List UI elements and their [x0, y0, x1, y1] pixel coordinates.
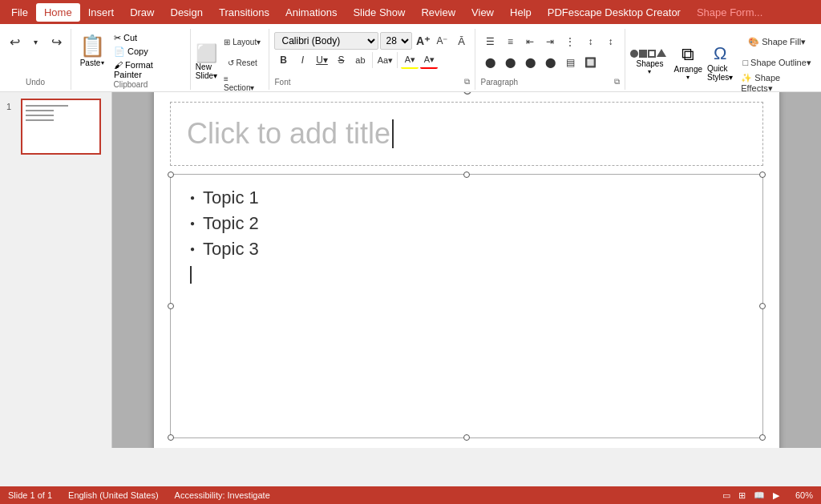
justify-button[interactable]: ⬤	[540, 53, 560, 72]
bold-button[interactable]: B	[274, 51, 292, 69]
bullets-button[interactable]: ☰	[480, 32, 499, 51]
new-slide-icon: ⬜	[196, 45, 217, 62]
columns-button[interactable]: ⋮	[560, 32, 580, 51]
slide-content-area[interactable]: ● Topic 1 ● Topic 2 ● Topic 3	[170, 174, 763, 438]
clipboard-group: 📋 Paste▾ ✂ Cut 📄 Copy 🖌 Format Painter C…	[71, 29, 191, 90]
menu-design[interactable]: Design	[163, 3, 211, 22]
increase-indent-button[interactable]: ⇥	[540, 32, 560, 51]
menu-file[interactable]: File	[3, 3, 36, 22]
arrange-dropdown-icon: ▾	[686, 74, 690, 81]
menu-bar: File Home Insert Draw Design Transitions…	[0, 0, 821, 24]
handle-bottom-center[interactable]	[463, 434, 470, 441]
layout-button[interactable]: ⊞ Layout▾	[220, 32, 264, 51]
thumb-line4	[26, 119, 54, 121]
reading-view-button[interactable]: 📖	[754, 490, 765, 501]
menu-shape-format[interactable]: Shape Form...	[689, 3, 770, 22]
strikethrough-button[interactable]: S	[332, 51, 350, 69]
undo-button[interactable]: ↩	[5, 32, 24, 51]
bullet-text-2[interactable]: Topic 2	[203, 213, 259, 234]
cut-button[interactable]: ✂ Cut	[111, 32, 185, 44]
thumb-title-line	[26, 105, 68, 107]
redo-button[interactable]: ↪	[47, 32, 66, 51]
align-center-button[interactable]: ⬤	[500, 53, 520, 72]
quick-styles-icon: Ω	[714, 43, 726, 64]
shapes-button[interactable]: Shapes ▾	[630, 50, 669, 75]
italic-button[interactable]: I	[293, 51, 311, 69]
bullet-dot-3: ●	[190, 244, 195, 253]
shape-rect	[648, 50, 656, 58]
shape-effects-button[interactable]: ✨ Shape Effects▾	[738, 74, 816, 93]
new-slide-button[interactable]: ⬜ NewSlide▾	[196, 45, 217, 80]
quick-styles-button[interactable]: Ω QuickStyles▾	[707, 43, 733, 82]
para-settings-button[interactable]: ↕	[580, 32, 600, 51]
font-dialog-launcher[interactable]: ⧉	[464, 77, 470, 87]
font-color-button[interactable]: A▾	[420, 51, 438, 69]
font-group-bottom: Font ⧉	[274, 77, 470, 87]
font-separator2	[397, 52, 398, 68]
bullet-cursor-item	[190, 264, 743, 284]
menu-pdfescape[interactable]: PDFescape Desktop Creator	[540, 3, 689, 22]
menu-insert[interactable]: Insert	[80, 3, 123, 22]
handle-bottom-right[interactable]	[759, 434, 766, 441]
text-direction-button[interactable]: ↕	[601, 32, 620, 51]
menu-draw[interactable]: Draw	[122, 3, 162, 22]
menu-transitions[interactable]: Transitions	[211, 3, 277, 22]
format-painter-button[interactable]: 🖌 Format Painter	[111, 59, 185, 80]
slide-1-thumb[interactable]	[21, 99, 101, 155]
para-row2: ⬤ ⬤ ⬤ ⬤ ▤ 🔲	[480, 53, 620, 72]
menu-help[interactable]: Help	[502, 3, 540, 22]
clear-formatting-button[interactable]: Ā	[452, 32, 470, 50]
slide-sorter-button[interactable]: ⊞	[738, 490, 746, 501]
decrease-indent-button[interactable]: ⇤	[520, 32, 540, 51]
title-placeholder[interactable]: Click to add title	[187, 117, 390, 151]
highlight-color-button[interactable]: A▾	[401, 51, 419, 69]
menu-slideshow[interactable]: Slide Show	[345, 3, 413, 22]
menu-view[interactable]: View	[463, 3, 502, 22]
shape-circle	[630, 50, 638, 58]
underline-button[interactable]: U▾	[313, 51, 330, 69]
menu-home[interactable]: Home	[36, 3, 80, 22]
align-text-button[interactable]: ▤	[560, 53, 580, 72]
slide-title-area[interactable]: ↻ Click to add title	[170, 102, 763, 166]
case-button[interactable]: Aa▾	[376, 51, 394, 69]
handle-middle-left[interactable]	[168, 303, 174, 309]
slide-canvas[interactable]: ↻ Click to add title ● Topic 1	[154, 92, 779, 448]
bullet-text-3[interactable]: Topic 3	[203, 239, 259, 260]
bullet-text-1[interactable]: Topic 1	[203, 187, 259, 208]
paste-button[interactable]: 📋 Paste▾	[76, 32, 108, 80]
undo-dropdown-button[interactable]: ▾	[26, 32, 45, 51]
section-button[interactable]: ≡ Section▾	[220, 74, 264, 93]
accessibility-info: Accessibility: Investigate	[175, 490, 270, 500]
slides-group: ⬜ NewSlide▾ ⊞ Layout▾ ↺ Reset ≡ Section▾…	[191, 29, 270, 90]
drawing-group: Shapes ▾ ⧉ Arrange ▾ Ω QuickStyles▾ 🎨 Sh…	[625, 29, 821, 90]
para-dialog-launcher[interactable]: ⧉	[614, 77, 620, 87]
smartart-button[interactable]: 🔲	[580, 53, 600, 72]
reset-button[interactable]: ↺ Reset	[220, 53, 264, 72]
handle-top-center[interactable]	[463, 171, 470, 178]
handle-top-right[interactable]	[759, 171, 766, 178]
shape-fill-button[interactable]: 🎨 Shape Fill▾	[738, 32, 816, 51]
slide-info: Slide 1 of 1	[8, 490, 52, 500]
shape-outline-button[interactable]: □ Shape Outline▾	[738, 53, 816, 72]
align-right-button[interactable]: ⬤	[520, 53, 540, 72]
canvas-area[interactable]: ↻ Click to add title ● Topic 1	[112, 92, 821, 448]
rotate-handle[interactable]: ↻	[462, 92, 472, 99]
normal-view-button[interactable]: ▭	[722, 490, 730, 501]
font-family-select[interactable]: Calibri (Body)	[274, 32, 378, 50]
menu-review[interactable]: Review	[413, 3, 463, 22]
font-size-select[interactable]: 28	[380, 32, 412, 50]
arrange-button[interactable]: ⧉ Arrange ▾	[673, 44, 702, 81]
numbering-button[interactable]: ≡	[500, 32, 520, 51]
slideshow-button[interactable]: ▶	[773, 490, 779, 501]
increase-font-size-button[interactable]: A⁺	[414, 32, 431, 50]
handle-middle-right[interactable]	[759, 303, 766, 309]
copy-button[interactable]: 📄 Copy	[111, 46, 185, 58]
decrease-font-size-button[interactable]: A⁻	[433, 32, 451, 50]
text-cursor	[392, 119, 394, 148]
handle-top-left[interactable]	[168, 171, 174, 178]
shadow-button[interactable]: ab	[351, 51, 369, 69]
handle-bottom-left[interactable]	[168, 434, 174, 441]
align-left-button[interactable]: ⬤	[480, 53, 499, 72]
new-slide-label: NewSlide▾	[196, 62, 217, 80]
menu-animations[interactable]: Animations	[277, 3, 345, 22]
